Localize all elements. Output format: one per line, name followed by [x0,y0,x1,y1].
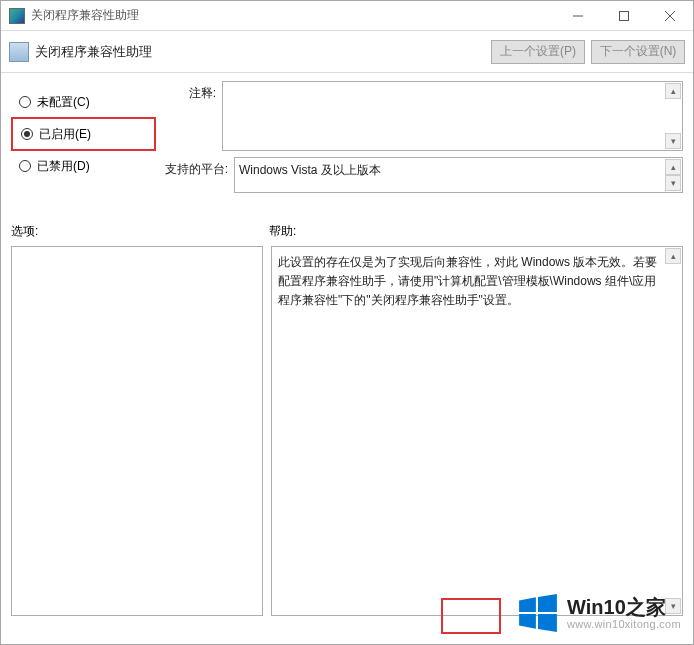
svg-marker-5 [538,594,557,612]
titlebar: 关闭程序兼容性助理 [1,1,693,31]
radio-group: 未配置(C) 已启用(E) 已禁用(D) [11,81,156,199]
toolbar: 关闭程序兼容性助理 上一个设置(P) 下一个设置(N) [1,31,693,73]
comment-textbox[interactable]: ▴ ▾ [222,81,683,151]
watermark-title: Win10之家 [567,596,681,618]
svg-marker-6 [519,614,536,629]
close-button[interactable] [647,1,693,31]
toolbar-title: 关闭程序兼容性助理 [35,43,485,61]
scroll-up-icon[interactable]: ▴ [665,83,681,99]
content-area: 未配置(C) 已启用(E) 已禁用(D) 注释: ▴ [1,73,693,644]
platform-label: 支持的平台: [164,157,228,193]
radio-not-configured[interactable]: 未配置(C) [11,87,156,117]
next-setting-button[interactable]: 下一个设置(N) [591,40,685,64]
svg-marker-7 [538,614,557,632]
window-title: 关闭程序兼容性助理 [31,7,555,24]
previous-setting-button[interactable]: 上一个设置(P) [491,40,585,64]
radio-label: 未配置(C) [37,94,90,111]
scroll-down-icon[interactable]: ▾ [665,133,681,149]
window: 关闭程序兼容性助理 关闭程序兼容性助理 上一个设置(P) 下一个设置(N) 未配… [0,0,694,645]
radio-icon [19,96,31,108]
radio-icon [19,160,31,172]
comment-label: 注释: [164,81,216,151]
radio-enabled[interactable]: 已启用(E) [11,117,156,151]
maximize-button[interactable] [601,1,647,31]
radio-label: 已禁用(D) [37,158,90,175]
app-icon [9,8,25,24]
minimize-button[interactable] [555,1,601,31]
options-label: 选项: [11,223,269,240]
scroll-up-icon[interactable]: ▴ [665,159,681,175]
help-label: 帮助: [269,223,296,240]
platform-value: Windows Vista 及以上版本 [239,163,381,177]
options-panel[interactable] [11,246,263,616]
radio-icon [21,128,33,140]
platform-textbox[interactable]: Windows Vista 及以上版本 ▴ ▾ [234,157,683,193]
radio-disabled[interactable]: 已禁用(D) [11,151,156,181]
help-text: 此设置的存在仅是为了实现后向兼容性，对此 Windows 版本无效。若要配置程序… [278,255,657,307]
help-panel[interactable]: 此设置的存在仅是为了实现后向兼容性，对此 Windows 版本无效。若要配置程序… [271,246,683,616]
scroll-down-icon[interactable]: ▾ [665,175,681,191]
policy-icon [9,42,29,62]
scroll-up-icon[interactable]: ▴ [665,248,681,264]
svg-rect-1 [620,11,629,20]
svg-marker-4 [519,597,536,612]
radio-label: 已启用(E) [39,126,91,143]
watermark: Win10之家 www.win10xitong.com [517,592,681,634]
windows-logo-icon [517,592,559,634]
watermark-url: www.win10xitong.com [567,618,681,630]
